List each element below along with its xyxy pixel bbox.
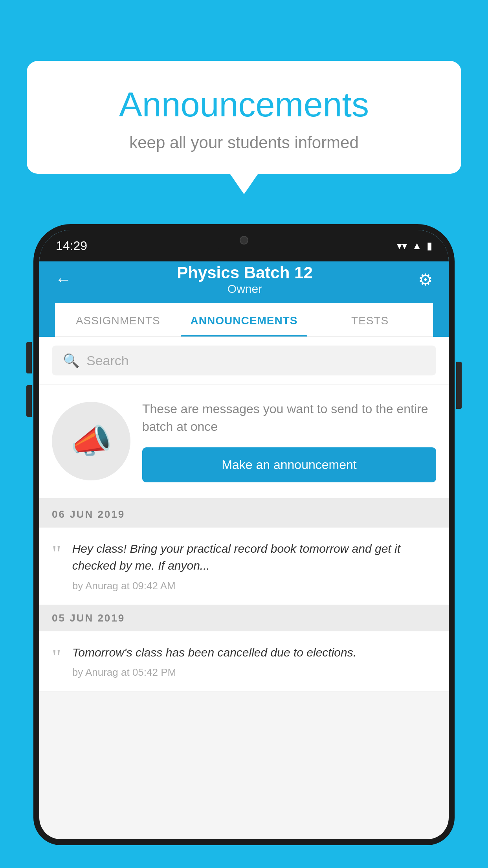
back-button[interactable]: ← <box>55 270 72 289</box>
announcement-content-2: Tomorrow's class has been cancelled due … <box>72 644 436 679</box>
date-separator-2: 05 JUN 2019 <box>39 605 449 631</box>
signal-icon: ▲ <box>412 240 422 252</box>
battery-icon: ▮ <box>427 240 432 252</box>
promo-description: These are messages you want to send to t… <box>142 400 436 436</box>
tab-tests[interactable]: TESTS <box>307 303 433 337</box>
announcement-content-1: Hey class! Bring your practical record b… <box>72 540 436 592</box>
speech-bubble-container: Announcements keep all your students inf… <box>27 61 461 174</box>
phone-container: 14:29 ▾▾ ▲ ▮ ← Physics Batch 12 Owner ⚙ <box>33 224 455 868</box>
announcement-item-1: " Hey class! Bring your practical record… <box>39 528 449 605</box>
tabs-bar: ASSIGNMENTS ANNOUNCEMENTS TESTS <box>55 303 433 337</box>
search-bar[interactable]: 🔍 Search <box>52 346 436 375</box>
status-time: 14:29 <box>56 239 87 253</box>
owner-subtitle: Owner <box>177 282 313 296</box>
volume-up-button <box>26 342 32 373</box>
quote-icon-2: " <box>52 646 61 669</box>
announcement-item-2: " Tomorrow's class has been cancelled du… <box>39 631 449 692</box>
wifi-icon: ▾▾ <box>397 240 407 252</box>
megaphone-icon: 📣 <box>70 421 112 461</box>
status-icons: ▾▾ ▲ ▮ <box>397 240 432 252</box>
volume-down-button <box>26 385 32 417</box>
header-nav: ← Physics Batch 12 Owner ⚙ <box>55 263 433 303</box>
header-title-group: Physics Batch 12 Owner <box>177 263 313 296</box>
tab-announcements[interactable]: ANNOUNCEMENTS <box>181 303 307 337</box>
speech-bubble-subtitle: keep all your students informed <box>58 133 430 152</box>
promo-content: These are messages you want to send to t… <box>142 400 436 482</box>
power-button <box>456 362 462 409</box>
announcement-promo: 📣 These are messages you want to send to… <box>39 384 449 501</box>
announcement-meta-2: by Anurag at 05:42 PM <box>72 666 436 679</box>
tab-assignments[interactable]: ASSIGNMENTS <box>55 303 181 337</box>
camera <box>240 236 248 245</box>
date-separator-1: 06 JUN 2019 <box>39 501 449 528</box>
quote-icon-1: " <box>52 542 61 565</box>
speech-bubble-title: Announcements <box>58 85 430 125</box>
announcement-text-2: Tomorrow's class has been cancelled due … <box>72 644 436 661</box>
announcement-meta-1: by Anurag at 09:42 AM <box>72 580 436 592</box>
batch-title: Physics Batch 12 <box>177 263 313 282</box>
speech-bubble: Announcements keep all your students inf… <box>27 61 461 174</box>
search-icon: 🔍 <box>63 353 79 368</box>
phone-notch <box>213 230 275 250</box>
announcement-text-1: Hey class! Bring your practical record b… <box>72 540 436 574</box>
settings-icon[interactable]: ⚙ <box>418 270 433 289</box>
search-container: 🔍 Search <box>39 337 449 384</box>
status-bar-area: 14:29 ▾▾ ▲ ▮ <box>39 230 449 261</box>
phone-outer: 14:29 ▾▾ ▲ ▮ ← Physics Batch 12 Owner ⚙ <box>33 224 455 845</box>
make-announcement-button[interactable]: Make an announcement <box>142 447 436 482</box>
search-placeholder: Search <box>86 353 129 368</box>
promo-icon-circle: 📣 <box>52 402 130 480</box>
phone-screen: ← Physics Batch 12 Owner ⚙ ASSIGNMENTS A… <box>39 230 449 839</box>
